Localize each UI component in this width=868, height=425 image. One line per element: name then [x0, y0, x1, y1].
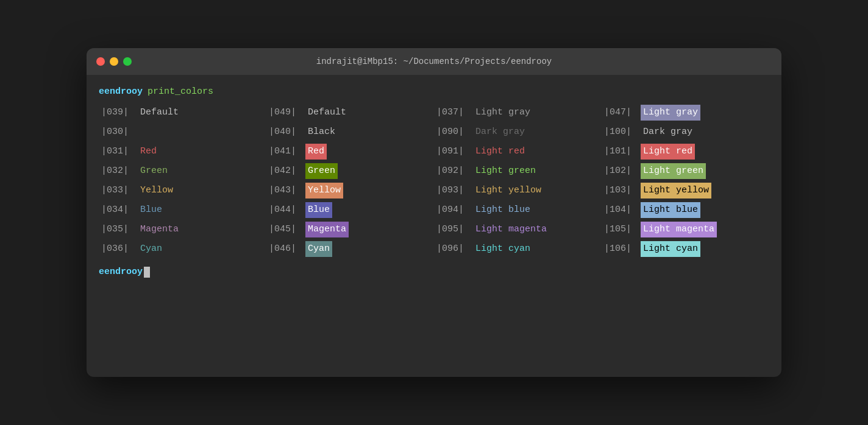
color-label: Green	[305, 163, 338, 179]
table-row: |040|Black	[266, 122, 434, 142]
color-code: |043|	[269, 183, 305, 198]
color-label: Light blue	[641, 202, 700, 218]
table-row: |047|Light gray	[602, 103, 769, 122]
color-label: Light yellow	[473, 183, 544, 198]
color-label: Dark gray	[473, 124, 527, 140]
color-label: Black	[305, 124, 338, 140]
table-row: |104|Light blue	[602, 200, 769, 220]
color-label: Yellow	[305, 183, 343, 198]
table-row: |037|Light gray	[434, 103, 602, 122]
color-code: |045|	[269, 222, 305, 237]
color-code: |039|	[101, 105, 138, 120]
color-code: |105|	[604, 222, 641, 237]
table-row: |101|Light red	[602, 142, 769, 161]
table-row: |105|Light magenta	[602, 220, 769, 239]
color-label: Light red	[641, 144, 695, 160]
color-label: Cyan	[305, 241, 332, 257]
color-code: |091|	[436, 144, 473, 159]
bottom-prompt: eendrooy	[99, 265, 769, 279]
window-title: indrajit@iMbp15: ~/Documents/Projects/ee…	[316, 57, 552, 66]
color-code: |031|	[101, 144, 138, 159]
color-column-1: |049|Default|040|Black|041|Red|042|Green…	[266, 103, 434, 259]
color-label: Blue	[305, 202, 332, 218]
table-row: |043|Yellow	[266, 181, 434, 200]
color-column-0: |039|Default|030||031|Red|032|Green|033|…	[99, 103, 266, 259]
color-code: |106|	[604, 242, 641, 256]
color-label	[138, 132, 143, 133]
table-row: |041|Red	[266, 142, 434, 161]
table-row: |044|Blue	[266, 200, 434, 220]
color-code: |042|	[269, 164, 305, 178]
color-label: Yellow	[138, 183, 176, 198]
color-label: Light magenta	[473, 222, 549, 237]
table-row: |100|Dark gray	[602, 122, 769, 142]
terminal-content: eendrooy print_colors |039|Default|030||…	[87, 75, 781, 289]
table-row: |030|	[99, 122, 266, 142]
table-row: |045|Magenta	[266, 220, 434, 239]
color-code: |092|	[436, 164, 473, 178]
table-row: |092|Light green	[434, 161, 602, 181]
prompt-command: print_colors	[148, 85, 213, 99]
color-code: |095|	[436, 222, 473, 237]
color-code: |100|	[604, 125, 641, 139]
cursor	[144, 267, 150, 278]
color-label: Red	[305, 144, 327, 160]
color-label: Light cyan	[473, 241, 533, 257]
table-row: |033|Yellow	[99, 181, 266, 200]
color-code: |046|	[269, 242, 305, 256]
color-code: |103|	[604, 183, 641, 198]
table-row: |031|Red	[99, 142, 266, 161]
color-code: |040|	[269, 125, 305, 139]
color-label: Light green	[473, 163, 538, 179]
color-code: |036|	[101, 242, 138, 256]
fullscreen-button[interactable]	[123, 57, 132, 66]
table-row: |090|Dark gray	[434, 122, 602, 142]
color-column-2: |037|Light gray|090|Dark gray|091|Light …	[434, 103, 602, 259]
color-code: |090|	[436, 125, 473, 139]
color-label: Light yellow	[641, 183, 711, 198]
table-row: |042|Green	[266, 161, 434, 181]
color-label: Light cyan	[641, 241, 700, 257]
color-label: Light red	[473, 144, 527, 160]
color-code: |102|	[604, 164, 641, 178]
bottom-prompt-name: eendrooy	[99, 265, 143, 279]
table-row: |102|Light green	[602, 161, 769, 181]
prompt-name: eendrooy	[99, 85, 143, 99]
table-row: |103|Light yellow	[602, 181, 769, 200]
color-code: |041|	[269, 144, 305, 159]
close-button[interactable]	[96, 57, 105, 66]
table-row: |039|Default	[99, 103, 266, 122]
color-code: |037|	[436, 105, 473, 120]
table-row: |036|Cyan	[99, 239, 266, 259]
command-prompt: eendrooy print_colors	[99, 85, 769, 99]
table-row: |035|Magenta	[99, 220, 266, 239]
color-code: |033|	[101, 183, 138, 198]
color-label: Magenta	[305, 222, 349, 237]
color-code: |049|	[269, 105, 305, 120]
table-row: |096|Light cyan	[434, 239, 602, 259]
color-label: Red	[138, 144, 159, 160]
color-label: Default	[305, 105, 349, 121]
color-code: |101|	[604, 144, 641, 159]
traffic-lights	[96, 57, 132, 66]
table-row: |034|Blue	[99, 200, 266, 220]
color-code: |035|	[101, 222, 138, 237]
color-column-3: |047|Light gray|100|Dark gray|101|Light …	[602, 103, 769, 259]
color-code: |030|	[101, 125, 138, 139]
color-label: Green	[138, 163, 170, 179]
table-row: |094|Light blue	[434, 200, 602, 220]
minimize-button[interactable]	[110, 57, 118, 66]
color-label: Default	[138, 105, 181, 121]
table-row: |046|Cyan	[266, 239, 434, 259]
color-code: |104|	[604, 203, 641, 217]
terminal-window: indrajit@iMbp15: ~/Documents/Projects/ee…	[87, 48, 781, 377]
table-row: |106|Light cyan	[602, 239, 769, 259]
titlebar: indrajit@iMbp15: ~/Documents/Projects/ee…	[87, 48, 781, 75]
color-code: |044|	[269, 203, 305, 217]
color-table: |039|Default|030||031|Red|032|Green|033|…	[99, 103, 769, 259]
color-label: Light gray	[641, 105, 700, 121]
color-code: |096|	[436, 242, 473, 256]
table-row: |091|Light red	[434, 142, 602, 161]
color-code: |094|	[436, 203, 473, 217]
color-code: |093|	[436, 183, 473, 198]
